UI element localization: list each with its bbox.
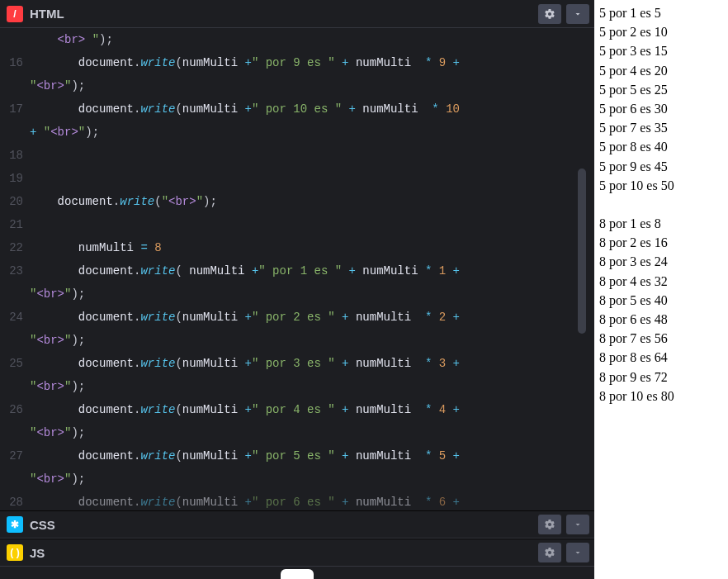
js-panel-label: JS: [30, 546, 45, 560]
css-settings-button[interactable]: [538, 515, 561, 534]
html-panel-label: HTML: [30, 7, 64, 21]
js-panel-peek: [0, 567, 594, 579]
html-panel-header: / HTML: [0, 0, 594, 28]
html-settings-button[interactable]: [538, 4, 561, 24]
css-panel-label: CSS: [30, 518, 55, 532]
js-icon: ( ): [7, 544, 23, 561]
css-panel-header[interactable]: ✱ CSS: [0, 510, 594, 539]
collapsed-panels: ✱ CSS ( ) JS: [0, 510, 594, 579]
output-preview: 5 por 1 es 55 por 2 es 105 por 3 es 155 …: [594, 0, 728, 579]
line-gutter: 16 17 181920212223 24 25 26 27 28: [0, 28, 30, 510]
js-collapse-button[interactable]: [566, 543, 589, 562]
chevron-down-icon: [573, 9, 583, 19]
editor-scrollbar[interactable]: [578, 168, 586, 334]
chevron-down-icon: [573, 548, 583, 558]
css-icon: ✱: [7, 516, 23, 533]
html-code-editor[interactable]: 16 17 181920212223 24 25 26 27 28 <br> "…: [0, 28, 594, 510]
html-icon: /: [7, 6, 23, 22]
html-collapse-button[interactable]: [566, 4, 589, 24]
editor-pane: / HTML 16 17 181920212223 24 25 26 27 28…: [0, 0, 594, 579]
js-panel-header[interactable]: ( ) JS: [0, 539, 594, 567]
chevron-down-icon: [573, 520, 583, 529]
code-content[interactable]: <br> "); document.write(numMulti +" por …: [30, 28, 594, 510]
gear-icon: [544, 519, 555, 530]
js-settings-button[interactable]: [538, 543, 561, 562]
gear-icon: [544, 8, 555, 20]
gear-icon: [544, 547, 555, 558]
css-collapse-button[interactable]: [566, 515, 589, 534]
